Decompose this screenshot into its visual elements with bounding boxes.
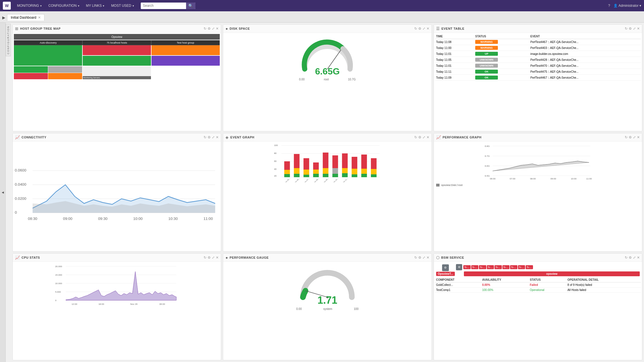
settings-icon[interactable]: ⚙ xyxy=(629,27,632,31)
bsm-opsview-bar[interactable]: opsview xyxy=(464,271,640,276)
table-row[interactable]: Today 11:11 OK PerfTest4475 :: AEF-QA-Se… xyxy=(435,69,641,75)
svg-text:6.8G: 6.8G xyxy=(485,145,489,147)
bsm-table-row[interactable]: GoldCollect... 0.00% Failed 8 of 9 Host(… xyxy=(435,282,641,287)
svg-rect-44 xyxy=(332,174,338,177)
treemap-cell-5[interactable] xyxy=(152,56,220,66)
expand-icon[interactable]: ⤢ xyxy=(633,256,636,260)
bsm-chip[interactable]: fs-... xyxy=(526,265,533,269)
refresh-icon[interactable]: ↻ xyxy=(414,135,417,139)
search-input[interactable] xyxy=(141,3,186,9)
close-icon[interactable]: ✕ xyxy=(637,256,640,260)
treemap-cell-6c[interactable] xyxy=(14,73,48,80)
tab-initial-dashboard[interactable]: Initial Dashboard ✕ xyxy=(7,14,44,21)
treemap-cell-3[interactable] xyxy=(152,45,220,55)
settings-icon[interactable]: ⚙ xyxy=(208,27,211,31)
refresh-icon[interactable]: ↻ xyxy=(204,256,206,260)
expand-icon[interactable]: ⤢ xyxy=(212,27,215,31)
bsm-col-status[interactable]: STATUS xyxy=(529,277,566,282)
svg-rect-49 xyxy=(352,169,357,174)
nav-mostused[interactable]: MOST USED ▾ xyxy=(108,0,137,11)
refresh-icon[interactable]: ↻ xyxy=(204,27,206,31)
table-row[interactable]: Today 11:08 WARNING PerfTest4467 :: AEF-… xyxy=(435,39,641,45)
treemap-cell-1[interactable] xyxy=(14,45,82,66)
svg-text:Nov 26: Nov 26 xyxy=(130,303,138,305)
table-row[interactable]: Today 11:01 UNKNOWN PerfTest4470 :: AEF-… xyxy=(435,63,641,69)
user-menu[interactable]: 👤 Administrator ▾ xyxy=(613,4,641,8)
main-layout: ◀ CONFIGURATION ⊞ HOST GROUP TREE MAP ↻ … xyxy=(0,23,644,362)
close-icon[interactable]: ✕ xyxy=(637,135,640,139)
widget-header-bsm: ⬡ BSM SERVICE ↻ ⚙ ⤢ ✕ xyxy=(434,254,642,262)
table-row[interactable]: Today 11:00 WARNING PerfTest4403 :: AEF-… xyxy=(435,45,641,51)
bsm-chip[interactable]: fs-... xyxy=(479,265,486,269)
bsm-col-detail: OPERATIONAL DETAIL xyxy=(566,277,641,282)
settings-icon[interactable]: ⚙ xyxy=(629,256,632,260)
expand-icon[interactable]: ⤢ xyxy=(423,135,425,139)
bsm-table-row[interactable]: TestComp1 100.00% Operational All Hosts … xyxy=(435,287,641,292)
bsm-chip[interactable]: fs-... xyxy=(471,265,479,269)
table-row[interactable]: Today 11:05 UNKNOWN PerfTest4428 :: AEF-… xyxy=(435,57,641,63)
nav-monitoring[interactable]: MONITORING ▾ xyxy=(14,0,44,11)
side-toggle[interactable]: ◀ xyxy=(0,23,6,362)
refresh-icon[interactable]: ↻ xyxy=(414,256,417,260)
widget-header-event-table: ☰ EVENT TABLE ↻ ⚙ ⤢ ✕ xyxy=(434,25,642,33)
bsm-chip[interactable]: fs-... xyxy=(463,265,471,269)
bsm-chip[interactable]: fs-... xyxy=(487,265,494,269)
connectivity-chart: 0.0600 0.0400 0.0200 0 08:30 xyxy=(14,143,220,250)
close-icon[interactable]: ✕ xyxy=(427,135,429,139)
refresh-icon[interactable]: ↻ xyxy=(414,27,417,31)
refresh-icon[interactable]: ↻ xyxy=(625,27,628,31)
settings-icon[interactable]: ⚙ xyxy=(418,27,421,31)
svg-text:0: 0 xyxy=(15,210,17,215)
sidebar-toggle[interactable]: ▶ xyxy=(2,15,5,20)
refresh-icon[interactable]: ↻ xyxy=(625,256,628,260)
expand-icon[interactable]: ⤢ xyxy=(212,256,215,260)
close-icon[interactable]: ✕ xyxy=(216,27,219,31)
nav-configuration[interactable]: CONFIGURATION ▾ xyxy=(46,0,82,11)
treemap-cell-6a[interactable] xyxy=(14,66,48,73)
expand-icon[interactable]: ⤢ xyxy=(423,256,425,260)
widget-actions-connectivity: ↻ ⚙ ⤢ ✕ xyxy=(204,135,219,139)
settings-icon[interactable]: ⚙ xyxy=(418,256,421,260)
table-row[interactable]: Today 11:09 OK PerfTest4467 :: AEF-QA-Se… xyxy=(435,75,641,81)
expand-icon[interactable]: ⤢ xyxy=(423,27,425,31)
tab-close-icon[interactable]: ✕ xyxy=(38,16,41,20)
treemap-cell-4[interactable] xyxy=(83,56,151,66)
bsm-cell-status: Operational xyxy=(529,287,566,292)
treemap-cell-2[interactable] xyxy=(83,45,151,55)
close-icon[interactable]: ✕ xyxy=(216,135,219,139)
treemap-cell-monitor[interactable]: Monitoring Servers xyxy=(83,66,151,79)
event-graph-svg: 100 80 60 40 20 xyxy=(224,143,430,182)
help-icon[interactable]: ? xyxy=(608,4,610,8)
col-status[interactable]: STATUS xyxy=(474,34,529,39)
treemap-cell-6d[interactable] xyxy=(48,73,82,80)
close-icon[interactable]: ✕ xyxy=(216,256,219,260)
close-icon[interactable]: ✕ xyxy=(637,27,640,31)
bsm-chip[interactable]: fs-... xyxy=(494,265,502,269)
settings-icon[interactable]: ⚙ xyxy=(208,256,211,260)
bsm-chip[interactable]: fs-... xyxy=(502,265,510,269)
expand-icon[interactable]: ⤢ xyxy=(633,27,636,31)
cell-event: PerfTest4470 :: AEF-QA-ServiceChe... xyxy=(529,63,641,69)
settings-icon[interactable]: ⚙ xyxy=(418,135,421,139)
close-icon[interactable]: ✕ xyxy=(427,256,429,260)
table-row[interactable]: Today 11:01 UP image-builder.os.opsview.… xyxy=(435,51,641,57)
bsm-opsview-label[interactable]: OpsviewT... xyxy=(436,272,455,276)
close-icon[interactable]: ✕ xyxy=(427,27,429,31)
svg-text:11:00: 11:00 xyxy=(586,177,592,180)
bsm-chip[interactable]: fs-... xyxy=(510,265,517,269)
refresh-icon[interactable]: ↻ xyxy=(204,135,206,139)
refresh-icon[interactable]: ↻ xyxy=(625,135,628,139)
nav-mylinks[interactable]: MY LINKS ▾ xyxy=(83,0,107,11)
settings-icon[interactable]: ⚙ xyxy=(629,135,632,139)
search-button[interactable]: 🔍 xyxy=(186,3,195,9)
svg-rect-28 xyxy=(284,170,290,174)
treemap-cell-6b[interactable] xyxy=(48,66,82,73)
bsm-chip[interactable]: fs-... xyxy=(518,265,525,269)
svg-rect-41 xyxy=(323,174,329,177)
settings-icon[interactable]: ⚙ xyxy=(208,135,211,139)
expand-icon[interactable]: ⤢ xyxy=(212,135,215,139)
topnav: W MONITORING ▾ CONFIGURATION ▾ MY LINKS … xyxy=(0,0,644,11)
config-label[interactable]: CONFIGURATION xyxy=(6,24,11,56)
expand-icon[interactable]: ⤢ xyxy=(633,135,636,139)
cell-status: UNKNOWN xyxy=(474,63,529,69)
